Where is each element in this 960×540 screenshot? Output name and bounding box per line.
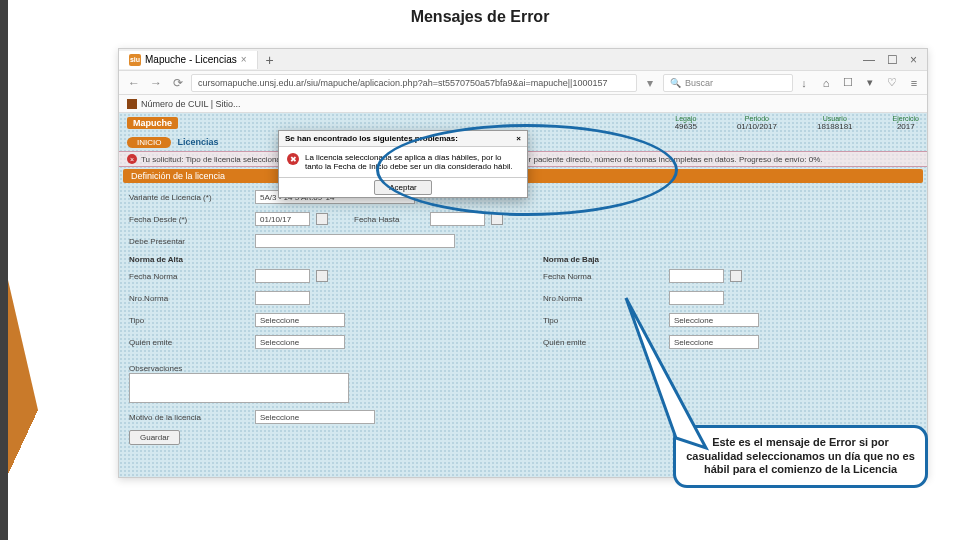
download-icon[interactable]: ↓ — [797, 76, 811, 90]
browser-window: siu Mapuche - Licencias × + — ☐ × ← → ⟳ … — [118, 48, 928, 478]
reload-icon[interactable]: ⟳ — [169, 74, 187, 92]
modal-message: La licencia seleccionada se aplica a día… — [305, 153, 519, 171]
fecha-desde-input[interactable]: 01/10/17 — [255, 212, 310, 226]
dropdown-icon[interactable]: ▾ — [641, 74, 659, 92]
forward-icon[interactable]: → — [147, 74, 165, 92]
toolbar: ↓ ⌂ ☐ ▾ ♡ ≡ — [797, 76, 921, 90]
pocket-icon[interactable]: ▾ — [863, 76, 877, 90]
slide-accent-wedge — [8, 280, 68, 540]
tab-strip: siu Mapuche - Licencias × + — ☐ × — [119, 49, 927, 71]
fecha-norma-label: Fecha Norma — [129, 272, 249, 281]
guardar-button[interactable]: Guardar — [129, 430, 180, 445]
callout-tail-icon — [616, 288, 736, 468]
breadcrumb-home[interactable]: INICIO — [127, 137, 171, 148]
calendar-icon[interactable] — [316, 213, 328, 225]
form: Variante de Licencia (*) 5A/3 - 14 5 Art… — [119, 185, 927, 446]
browser-tab[interactable]: siu Mapuche - Licencias × — [119, 51, 258, 69]
breadcrumb-current: Licencias — [177, 137, 218, 147]
close-window-icon[interactable]: × — [910, 53, 917, 67]
search-input[interactable]: 🔍 Buscar — [663, 74, 793, 92]
alta-tipo-select[interactable]: Seleccione — [255, 313, 345, 327]
observaciones-label: Observaciones — [129, 364, 917, 373]
debe-presentar-input[interactable] — [255, 234, 455, 248]
app-logo: Mapuche — [127, 117, 178, 129]
address-bar: ← → ⟳ cursomapuche.unsj.edu.ar/siu/mapuc… — [119, 71, 927, 95]
window-controls: — ☐ × — [863, 53, 927, 67]
observaciones-textarea[interactable] — [129, 373, 349, 403]
maximize-icon[interactable]: ☐ — [887, 53, 898, 67]
alta-nro-input[interactable] — [255, 291, 310, 305]
bookmark-icon[interactable]: ☐ — [841, 76, 855, 90]
fecha-hasta-label: Fecha Hasta — [354, 215, 424, 224]
fecha-norma-label: Fecha Norma — [543, 272, 663, 281]
bookmark-bar: Número de CUIL | Sitio... — [119, 95, 927, 113]
url-input[interactable]: cursomapuche.unsj.edu.ar/siu/mapuche/apl… — [191, 74, 637, 92]
error-icon: ✖ — [287, 153, 299, 165]
svg-marker-0 — [626, 298, 706, 448]
calendar-icon[interactable] — [491, 213, 503, 225]
favicon-icon: siu — [129, 54, 141, 66]
shield-icon[interactable]: ♡ — [885, 76, 899, 90]
modal-close-icon[interactable]: × — [516, 134, 521, 143]
back-icon[interactable]: ← — [125, 74, 143, 92]
search-icon: 🔍 — [670, 78, 681, 88]
callout-box: Este es el mensaje de Error si por casua… — [673, 425, 928, 488]
home-icon[interactable]: ⌂ — [819, 76, 833, 90]
menu-icon[interactable]: ≡ — [907, 76, 921, 90]
bookmark-favicon-icon — [127, 99, 137, 109]
baja-fecha-input[interactable] — [669, 269, 724, 283]
alta-fecha-input[interactable] — [255, 269, 310, 283]
norma-alta-title: Norma de Alta — [129, 255, 503, 264]
bookmark-link[interactable]: Número de CUIL | Sitio... — [141, 99, 241, 109]
variante-label: Variante de Licencia (*) — [129, 193, 249, 202]
slide-accent-bar — [0, 0, 8, 540]
emite-label: Quién emite — [129, 338, 249, 347]
aceptar-button[interactable]: Aceptar — [374, 180, 432, 195]
debe-presentar-label: Debe Presentar — [129, 237, 249, 246]
error-modal: Se han encontrado los siguientes problem… — [278, 130, 528, 198]
slide-title: Mensajes de Error — [0, 0, 960, 30]
nro-norma-label: Nro.Norma — [129, 294, 249, 303]
fecha-desde-label: Fecha Desde (*) — [129, 215, 249, 224]
calendar-icon[interactable] — [730, 270, 742, 282]
tab-title: Mapuche - Licencias — [145, 54, 237, 65]
tipo-label: Tipo — [129, 316, 249, 325]
calendar-icon[interactable] — [316, 270, 328, 282]
motivo-select[interactable]: Seleccione — [255, 410, 375, 424]
modal-title: Se han encontrado los siguientes problem… — [285, 134, 458, 143]
motivo-label: Motivo de la licencia — [129, 413, 249, 422]
norma-alta-group: Norma de Alta Fecha Norma Nro.Norma Tipo… — [129, 255, 503, 356]
norma-baja-title: Norma de Baja — [543, 255, 917, 264]
new-tab-button[interactable]: + — [258, 52, 282, 68]
error-icon: × — [127, 154, 137, 164]
minimize-icon[interactable]: — — [863, 53, 875, 67]
alta-emite-select[interactable]: Seleccione — [255, 335, 345, 349]
header-info: Legajo49635 Periodo01/10/2017 Usuario181… — [675, 115, 919, 131]
fecha-hasta-input[interactable] — [430, 212, 485, 226]
close-icon[interactable]: × — [241, 54, 247, 65]
